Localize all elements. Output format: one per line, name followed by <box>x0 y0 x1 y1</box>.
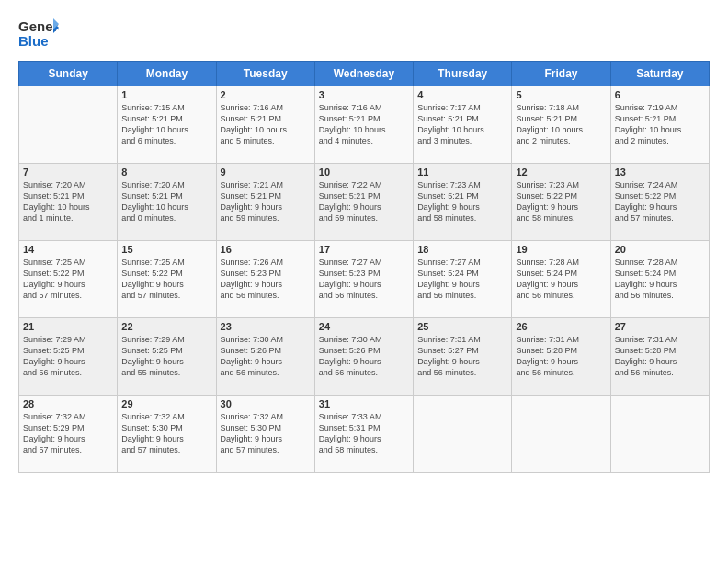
cell-info: Sunrise: 7:19 AM Sunset: 5:21 PM Dayligh… <box>615 102 705 147</box>
day-number: 8 <box>121 167 211 178</box>
cell-info: Sunrise: 7:24 AM Sunset: 5:22 PM Dayligh… <box>615 179 705 224</box>
day-number: 6 <box>615 89 705 100</box>
calendar-page: General Blue SundayMondayTuesdayWednesda… <box>0 0 728 563</box>
day-number: 18 <box>417 244 507 255</box>
page-header: General Blue <box>18 15 710 52</box>
cell-info: Sunrise: 7:31 AM Sunset: 5:28 PM Dayligh… <box>516 334 606 379</box>
calendar-cell: 19Sunrise: 7:28 AM Sunset: 5:24 PM Dayli… <box>512 241 610 318</box>
cell-info: Sunrise: 7:27 AM Sunset: 5:24 PM Dayligh… <box>417 257 507 302</box>
calendar-cell: 6Sunrise: 7:19 AM Sunset: 5:21 PM Daylig… <box>610 86 709 164</box>
calendar-cell: 22Sunrise: 7:29 AM Sunset: 5:25 PM Dayli… <box>118 318 216 396</box>
calendar-cell: 15Sunrise: 7:25 AM Sunset: 5:22 PM Dayli… <box>118 241 216 318</box>
day-number: 20 <box>615 244 705 255</box>
day-number: 10 <box>319 167 409 178</box>
calendar-cell: 13Sunrise: 7:24 AM Sunset: 5:22 PM Dayli… <box>610 164 709 241</box>
svg-text:General: General <box>18 18 59 34</box>
calendar-cell: 8Sunrise: 7:20 AM Sunset: 5:21 PM Daylig… <box>118 164 216 241</box>
day-header-saturday: Saturday <box>610 62 709 86</box>
week-row-3: 14Sunrise: 7:25 AM Sunset: 5:22 PM Dayli… <box>19 241 710 318</box>
logo: General Blue <box>18 15 59 52</box>
cell-info: Sunrise: 7:25 AM Sunset: 5:22 PM Dayligh… <box>23 257 113 302</box>
calendar-cell: 7Sunrise: 7:20 AM Sunset: 5:21 PM Daylig… <box>19 164 118 241</box>
calendar-cell: 9Sunrise: 7:21 AM Sunset: 5:21 PM Daylig… <box>216 164 314 241</box>
calendar-cell: 17Sunrise: 7:27 AM Sunset: 5:23 PM Dayli… <box>314 241 413 318</box>
cell-info: Sunrise: 7:28 AM Sunset: 5:24 PM Dayligh… <box>516 257 606 302</box>
calendar-cell: 11Sunrise: 7:23 AM Sunset: 5:21 PM Dayli… <box>414 164 512 241</box>
cell-info: Sunrise: 7:29 AM Sunset: 5:25 PM Dayligh… <box>121 334 211 379</box>
day-number: 17 <box>319 244 409 255</box>
day-number: 4 <box>417 89 507 100</box>
calendar-cell: 5Sunrise: 7:18 AM Sunset: 5:21 PM Daylig… <box>512 86 610 164</box>
day-number: 22 <box>121 321 211 332</box>
cell-info: Sunrise: 7:17 AM Sunset: 5:21 PM Dayligh… <box>417 102 507 147</box>
day-number: 30 <box>221 398 311 409</box>
day-number: 24 <box>319 321 409 332</box>
calendar-cell: 30Sunrise: 7:32 AM Sunset: 5:30 PM Dayli… <box>216 396 314 473</box>
header-row: SundayMondayTuesdayWednesdayThursdayFrid… <box>19 62 710 86</box>
calendar-cell: 24Sunrise: 7:30 AM Sunset: 5:26 PM Dayli… <box>314 318 413 396</box>
day-number: 5 <box>516 89 606 100</box>
cell-info: Sunrise: 7:16 AM Sunset: 5:21 PM Dayligh… <box>221 102 311 147</box>
day-number: 26 <box>516 321 606 332</box>
calendar-cell: 1Sunrise: 7:15 AM Sunset: 5:21 PM Daylig… <box>118 86 216 164</box>
cell-info: Sunrise: 7:20 AM Sunset: 5:21 PM Dayligh… <box>23 179 113 224</box>
cell-info: Sunrise: 7:16 AM Sunset: 5:21 PM Dayligh… <box>319 102 409 147</box>
calendar-cell: 23Sunrise: 7:30 AM Sunset: 5:26 PM Dayli… <box>216 318 314 396</box>
week-row-1: 1Sunrise: 7:15 AM Sunset: 5:21 PM Daylig… <box>19 86 710 164</box>
calendar-cell <box>610 396 709 473</box>
cell-info: Sunrise: 7:30 AM Sunset: 5:26 PM Dayligh… <box>319 334 409 379</box>
calendar-cell: 4Sunrise: 7:17 AM Sunset: 5:21 PM Daylig… <box>414 86 512 164</box>
calendar-cell: 20Sunrise: 7:28 AM Sunset: 5:24 PM Dayli… <box>610 241 709 318</box>
calendar-cell: 14Sunrise: 7:25 AM Sunset: 5:22 PM Dayli… <box>19 241 118 318</box>
cell-info: Sunrise: 7:33 AM Sunset: 5:31 PM Dayligh… <box>319 411 409 456</box>
day-number: 25 <box>417 321 507 332</box>
day-header-tuesday: Tuesday <box>216 62 314 86</box>
day-number: 27 <box>615 321 705 332</box>
cell-info: Sunrise: 7:32 AM Sunset: 5:30 PM Dayligh… <box>221 411 311 456</box>
day-number: 1 <box>121 89 211 100</box>
day-number: 11 <box>417 167 507 178</box>
cell-info: Sunrise: 7:18 AM Sunset: 5:21 PM Dayligh… <box>516 102 606 147</box>
week-row-4: 21Sunrise: 7:29 AM Sunset: 5:25 PM Dayli… <box>19 318 710 396</box>
cell-info: Sunrise: 7:32 AM Sunset: 5:29 PM Dayligh… <box>23 411 113 456</box>
calendar-cell: 26Sunrise: 7:31 AM Sunset: 5:28 PM Dayli… <box>512 318 610 396</box>
calendar-cell: 2Sunrise: 7:16 AM Sunset: 5:21 PM Daylig… <box>216 86 314 164</box>
day-number: 16 <box>221 244 311 255</box>
cell-info: Sunrise: 7:15 AM Sunset: 5:21 PM Dayligh… <box>121 102 211 147</box>
cell-info: Sunrise: 7:28 AM Sunset: 5:24 PM Dayligh… <box>615 257 705 302</box>
calendar-cell <box>19 86 118 164</box>
logo-icon: General Blue <box>18 15 59 52</box>
calendar-cell: 29Sunrise: 7:32 AM Sunset: 5:30 PM Dayli… <box>118 396 216 473</box>
calendar-cell: 25Sunrise: 7:31 AM Sunset: 5:27 PM Dayli… <box>414 318 512 396</box>
day-header-wednesday: Wednesday <box>314 62 413 86</box>
week-row-2: 7Sunrise: 7:20 AM Sunset: 5:21 PM Daylig… <box>19 164 710 241</box>
calendar-cell <box>512 396 610 473</box>
day-number: 15 <box>121 244 211 255</box>
day-header-thursday: Thursday <box>414 62 512 86</box>
day-number: 31 <box>319 398 409 409</box>
cell-info: Sunrise: 7:23 AM Sunset: 5:21 PM Dayligh… <box>417 179 507 224</box>
day-number: 19 <box>516 244 606 255</box>
day-number: 21 <box>23 321 113 332</box>
calendar-cell: 10Sunrise: 7:22 AM Sunset: 5:21 PM Dayli… <box>314 164 413 241</box>
day-number: 2 <box>221 89 311 100</box>
calendar-cell <box>414 396 512 473</box>
calendar-cell: 31Sunrise: 7:33 AM Sunset: 5:31 PM Dayli… <box>314 396 413 473</box>
calendar-cell: 21Sunrise: 7:29 AM Sunset: 5:25 PM Dayli… <box>19 318 118 396</box>
calendar-cell: 18Sunrise: 7:27 AM Sunset: 5:24 PM Dayli… <box>414 241 512 318</box>
day-number: 14 <box>23 244 113 255</box>
calendar-cell: 28Sunrise: 7:32 AM Sunset: 5:29 PM Dayli… <box>19 396 118 473</box>
day-number: 9 <box>221 167 311 178</box>
cell-info: Sunrise: 7:22 AM Sunset: 5:21 PM Dayligh… <box>319 179 409 224</box>
cell-info: Sunrise: 7:31 AM Sunset: 5:27 PM Dayligh… <box>417 334 507 379</box>
cell-info: Sunrise: 7:26 AM Sunset: 5:23 PM Dayligh… <box>221 257 311 302</box>
day-number: 28 <box>23 398 113 409</box>
day-number: 23 <box>221 321 311 332</box>
calendar-table: SundayMondayTuesdayWednesdayThursdayFrid… <box>18 61 710 473</box>
day-number: 29 <box>121 398 211 409</box>
day-number: 13 <box>615 167 705 178</box>
cell-info: Sunrise: 7:21 AM Sunset: 5:21 PM Dayligh… <box>221 179 311 224</box>
day-number: 7 <box>23 167 113 178</box>
cell-info: Sunrise: 7:32 AM Sunset: 5:30 PM Dayligh… <box>121 411 211 456</box>
cell-info: Sunrise: 7:27 AM Sunset: 5:23 PM Dayligh… <box>319 257 409 302</box>
